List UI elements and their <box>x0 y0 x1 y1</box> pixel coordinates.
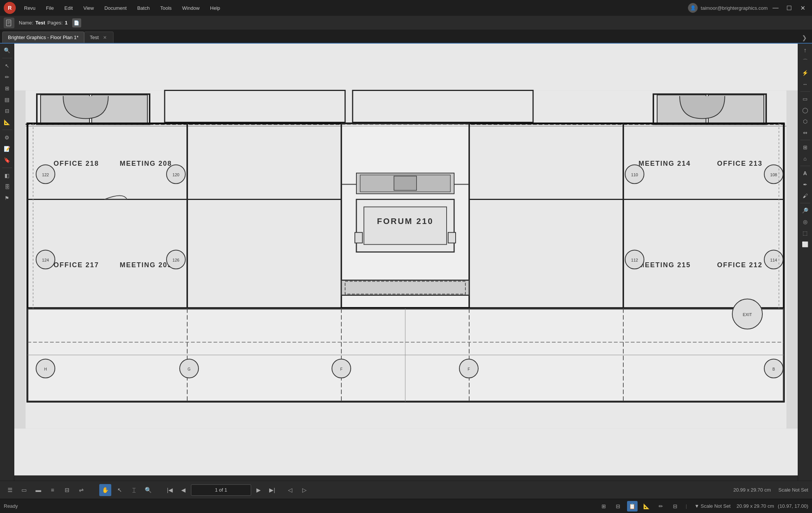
rect-tool-btn[interactable]: ▭ <box>800 94 811 104</box>
circle-measure-btn[interactable]: ◎ <box>800 216 811 227</box>
grid-tool-btn[interactable]: ⊟ <box>2 106 13 116</box>
tab-test-close-icon[interactable]: ✕ <box>102 35 108 41</box>
svg-text:114: 114 <box>770 258 777 262</box>
thumbnail-btn[interactable]: ⊟ <box>61 484 73 496</box>
grid-status-btn[interactable]: ⊞ <box>598 501 609 511</box>
arrow-tool-btn[interactable]: ↑ <box>800 45 811 56</box>
doc-icon <box>4 18 14 28</box>
pages-icon-button[interactable]: 📄 <box>72 18 81 27</box>
menu-help[interactable]: Help <box>205 3 226 13</box>
snap-status-btn[interactable]: ⊟ <box>613 501 623 511</box>
svg-text:G: G <box>188 367 191 371</box>
scale-tool-btn[interactable]: ⇔ <box>800 127 811 138</box>
doc-pages: 1 <box>65 20 68 26</box>
user-info: 👤 taimoor@brightergraphics.com <box>688 3 768 13</box>
menu-document[interactable]: Document <box>99 3 132 13</box>
table-tool-btn[interactable]: ▤ <box>2 94 13 105</box>
stamp-annotation-btn[interactable]: ⬚ <box>800 228 811 238</box>
hand-tool-btn[interactable]: ✋ <box>99 484 111 496</box>
svg-text:F: F <box>340 367 342 371</box>
tabs-dropdown-arrow[interactable]: ❯ <box>799 33 810 43</box>
nav-back-btn[interactable]: ◁ <box>284 484 296 496</box>
dim-tool-btn[interactable]: ↔ <box>800 79 811 89</box>
single-page-btn[interactable]: ▭ <box>18 484 30 496</box>
page-navigation: |◀ ◀ ▶ ▶| <box>164 484 278 496</box>
marker-btn[interactable]: ✒ <box>800 179 811 190</box>
tab-floor-plan[interactable]: Brighter Graphics - Floor Plan 1* <box>2 32 84 43</box>
svg-text:MEETING  209: MEETING 209 <box>120 261 172 269</box>
trapezoid-tool-btn[interactable]: ⌂ <box>800 153 811 164</box>
compare-btn[interactable]: ⇌ <box>75 484 87 496</box>
app-logo: R <box>4 2 16 14</box>
menu-tools[interactable]: Tools <box>155 3 177 13</box>
svg-text:EXIT: EXIT <box>743 312 752 317</box>
text-annotation-btn[interactable]: A <box>800 168 811 179</box>
name-label: Name: <box>19 20 33 26</box>
page-number-input[interactable] <box>191 487 251 493</box>
shape-tool-btn[interactable]: ⊞ <box>2 83 13 94</box>
polygon-tool-btn[interactable]: ⬡ <box>800 116 811 127</box>
text-tool-btn[interactable]: 📝 <box>2 144 13 154</box>
dimensions-status: 20.99 x 29.70 cm <box>736 503 774 509</box>
pen-status-btn[interactable]: ✏ <box>656 501 666 511</box>
scale-display: Scale Not Set <box>779 487 809 493</box>
arc-tool-btn[interactable]: ⌒ <box>800 56 811 67</box>
settings-tool-btn[interactable]: ⚙ <box>2 132 13 143</box>
ellipse-tool-btn[interactable]: ◯ <box>800 105 811 115</box>
zoom-area-btn[interactable]: 🔎 <box>800 205 811 216</box>
user-avatar: 👤 <box>688 3 698 13</box>
menu-file[interactable]: File <box>41 3 59 13</box>
right-toolbar-sep1 <box>800 91 810 92</box>
last-page-btn[interactable]: ▶| <box>266 484 278 496</box>
menu-revu[interactable]: Revu <box>19 3 41 13</box>
right-toolbar: ↑ ⌒ ⚡ ↔ ▭ ◯ ⬡ ⇔ ⊞ ⌂ A ✒ 🖌 🔎 ◎ ⬚ ⬜ <box>798 44 812 490</box>
zoom-out-btn[interactable]: 🔍 <box>142 484 154 496</box>
pointer-tool-btn[interactable]: ↖ <box>114 484 126 496</box>
tab-test-label: Test <box>90 35 99 40</box>
svg-text:F: F <box>468 367 470 371</box>
title-bar-menu: Revu File Edit View Document Batch Tools… <box>19 3 226 13</box>
canvas-area[interactable]: FORUM 210 OFFICE 218 MEETING 208 122 120… <box>14 44 798 475</box>
doc-info-text: Name: Test Pages: 1 <box>19 20 68 26</box>
prev-page-btn[interactable]: ◀ <box>177 484 189 496</box>
floor-plan[interactable]: FORUM 210 OFFICE 218 MEETING 208 122 120… <box>14 44 798 475</box>
measure-status-btn[interactable]: 📐 <box>641 501 652 511</box>
calibrate-tool-btn[interactable]: ⊞ <box>800 142 811 153</box>
zigzag-tool-btn[interactable]: ⚡ <box>800 68 811 78</box>
two-page-btn[interactable]: ▬ <box>32 484 44 496</box>
svg-text:H: H <box>44 367 47 371</box>
markup-status-btn[interactable]: 📋 <box>627 501 638 511</box>
nav-forward-btn[interactable]: ▷ <box>298 484 311 496</box>
page-input-wrap <box>191 484 251 496</box>
compare-status-btn[interactable]: ⊟ <box>670 501 680 511</box>
next-page-btn[interactable]: ▶ <box>253 484 265 496</box>
selection-rect-btn[interactable]: ⬜ <box>800 239 811 250</box>
svg-text:B: B <box>773 367 775 371</box>
first-page-btn[interactable]: |◀ <box>164 484 176 496</box>
tab-test[interactable]: Test ✕ <box>84 32 114 43</box>
layers-tool-btn[interactable]: ◧ <box>2 170 13 181</box>
close-button[interactable]: ✕ <box>797 3 808 13</box>
menu-view[interactable]: View <box>78 3 99 13</box>
measure-tool-btn[interactable]: 📐 <box>2 117 13 127</box>
menu-batch[interactable]: Batch <box>132 3 155 13</box>
text-select-btn[interactable]: ⌶ <box>128 484 140 496</box>
flag-tool-btn[interactable]: ⚑ <box>2 193 13 203</box>
draw-tool-btn[interactable]: ✏ <box>2 72 13 82</box>
restore-button[interactable]: ☐ <box>783 3 795 13</box>
database-tool-btn[interactable]: 🗄 <box>2 182 13 192</box>
menu-window[interactable]: Window <box>177 3 205 13</box>
continuous-btn[interactable]: ≡ <box>47 484 59 496</box>
minimize-button[interactable]: — <box>770 3 781 13</box>
svg-rect-0 <box>6 20 11 26</box>
brush-btn[interactable]: 🖌 <box>800 191 811 201</box>
scale-not-set-status[interactable]: ▼ Scale Not Set <box>692 502 733 510</box>
title-bar: R Revu File Edit View Document Batch Too… <box>0 0 812 16</box>
search-tool-btn[interactable]: 🔍 <box>2 45 13 56</box>
select-tool-btn[interactable]: ↖ <box>2 61 13 71</box>
menu-edit[interactable]: Edit <box>59 3 78 13</box>
svg-text:OFFICE  217: OFFICE 217 <box>53 261 99 269</box>
svg-text:FORUM  210: FORUM 210 <box>377 216 433 226</box>
stamp-tool-btn[interactable]: 🔖 <box>2 155 13 165</box>
hamburger-menu-btn[interactable]: ☰ <box>4 484 16 496</box>
